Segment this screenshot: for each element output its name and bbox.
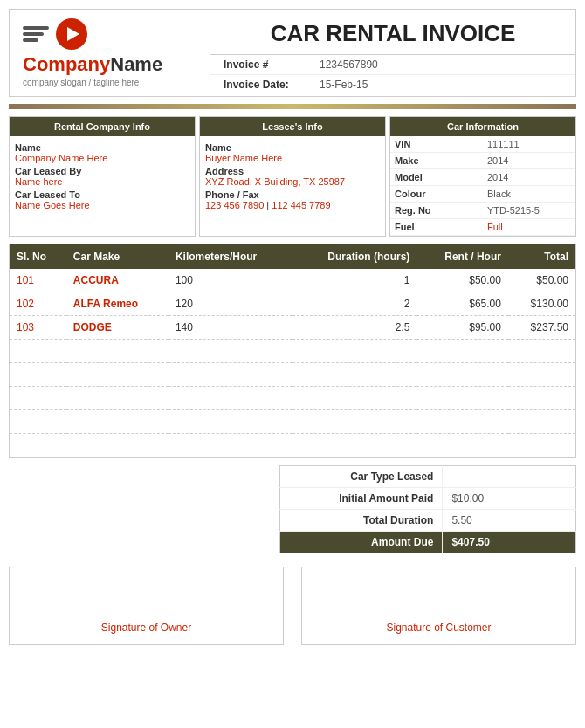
cell-duration: 2 bbox=[292, 292, 417, 316]
leased-by-label: Car Leased By bbox=[15, 166, 189, 176]
logo-line-2 bbox=[23, 32, 44, 36]
cell-total: $50.00 bbox=[508, 269, 575, 292]
cell-km: 140 bbox=[169, 316, 292, 340]
car-info-row: FuelFull bbox=[390, 219, 575, 236]
table-row: 102ALFA Remeo1202$65.00$130.00 bbox=[10, 292, 575, 316]
initial-amount-value: $10.00 bbox=[443, 488, 576, 510]
initial-amount-label: Initial Amount Paid bbox=[280, 488, 443, 510]
cell-sl: 102 bbox=[10, 292, 66, 316]
lessee-name-label: Name bbox=[205, 142, 380, 153]
car-info-cell-label: Model bbox=[390, 169, 483, 186]
customer-signature-label: Signature of Customer bbox=[386, 622, 491, 634]
lessee-box: Lessee's Info Name Buyer Name Here Addre… bbox=[199, 116, 386, 237]
amount-due-row: Amount Due $407.50 bbox=[280, 532, 576, 553]
total-duration-value: 5.50 bbox=[443, 510, 576, 532]
owner-signature-label: Signature of Owner bbox=[101, 622, 191, 634]
company-name: CompanyName bbox=[23, 53, 162, 76]
car-info-body: VIN111111Make2014Model2014ColourBlackReg… bbox=[390, 136, 575, 236]
table-header-row: Sl. No Car Make Kilometers/Hour Duration… bbox=[10, 244, 575, 269]
total-duration-label: Total Duration bbox=[280, 510, 443, 532]
summary-section: Car Type Leased Initial Amount Paid $10.… bbox=[9, 465, 576, 553]
invoice-date-row: Invoice Date: 15-Feb-15 bbox=[210, 75, 575, 94]
header-rent: Rent / Hour bbox=[416, 244, 508, 269]
rental-items-table: Sl. No Car Make Kilometers/Hour Duration… bbox=[10, 244, 575, 457]
car-info-cell-label: Colour bbox=[390, 186, 483, 203]
summary-table: Car Type Leased Initial Amount Paid $10.… bbox=[279, 465, 576, 553]
cell-make: ACCURA bbox=[66, 269, 169, 292]
cell-total: $237.50 bbox=[508, 316, 575, 340]
lessee-name-value: Buyer Name Here bbox=[205, 153, 380, 163]
rental-name-label: Name bbox=[15, 142, 189, 153]
header-km: Kilometers/Hour bbox=[169, 244, 292, 269]
table-row: 101ACCURA1001$50.00$50.00 bbox=[10, 269, 575, 292]
rental-company-header: Rental Company Info bbox=[10, 117, 195, 136]
header-total: Total bbox=[508, 244, 575, 269]
cell-sl: 101 bbox=[10, 269, 66, 292]
rental-name-value: Company Name Here bbox=[15, 153, 189, 163]
lessee-address-label: Address bbox=[205, 166, 380, 176]
car-info-cell-value: Black bbox=[483, 186, 575, 203]
invoice-meta: Invoice # 1234567890 Invoice Date: 15-Fe… bbox=[210, 55, 575, 94]
table-row: 103DODGE1402.5$95.00$237.50 bbox=[10, 316, 575, 340]
company-logo-section: CompanyName company slogan / tagline her… bbox=[10, 10, 210, 96]
car-info-cell-label: Make bbox=[390, 153, 483, 169]
table-row-empty bbox=[10, 410, 575, 434]
invoice-date-value: 15-Feb-15 bbox=[320, 79, 368, 91]
header-sl: Sl. No bbox=[10, 244, 66, 269]
invoice-number-row: Invoice # 1234567890 bbox=[210, 55, 575, 75]
leased-by-value: Name here bbox=[15, 176, 189, 187]
logo-lines bbox=[23, 26, 49, 42]
total-duration-row: Total Duration 5.50 bbox=[280, 510, 576, 532]
invoice-date-label: Invoice Date: bbox=[224, 79, 320, 91]
cell-make: ALFA Remeo bbox=[66, 292, 169, 316]
car-info-row: Model2014 bbox=[390, 169, 575, 186]
color-stripe bbox=[9, 104, 576, 109]
invoice-title: CAR RENTAL INVOICE bbox=[210, 11, 575, 55]
car-info-box: Car Information VIN111111Make2014Model20… bbox=[389, 116, 576, 237]
logo-icon bbox=[23, 18, 87, 50]
car-info-cell-value: 2014 bbox=[483, 169, 575, 186]
rental-company-body: Name Company Name Here Car Leased By Nam… bbox=[10, 136, 195, 216]
lessee-phone-label: Phone / Fax bbox=[205, 189, 380, 200]
cell-rent: $95.00 bbox=[416, 316, 508, 340]
invoice-number-value: 1234567890 bbox=[320, 58, 378, 71]
car-info-cell-label: Fuel bbox=[390, 219, 483, 236]
leased-to-value: Name Goes Here bbox=[15, 200, 189, 210]
header-make: Car Make bbox=[66, 244, 169, 269]
logo-line-1 bbox=[23, 26, 49, 30]
initial-amount-row: Initial Amount Paid $10.00 bbox=[280, 488, 576, 510]
play-icon bbox=[67, 27, 79, 41]
invoice-title-section: CAR RENTAL INVOICE Invoice # 1234567890 … bbox=[210, 10, 575, 96]
owner-signature-box: Signature of Owner bbox=[9, 567, 284, 645]
header-duration: Duration (hours) bbox=[292, 244, 417, 269]
logo-line-3 bbox=[23, 38, 38, 42]
company-name-part2: Name bbox=[110, 53, 162, 75]
lessee-phone-value: 123 456 7890 | 112 445 7789 bbox=[205, 200, 380, 210]
car-info-cell-value: 111111 bbox=[483, 136, 575, 153]
car-info-row: VIN111111 bbox=[390, 136, 575, 153]
table-row-empty bbox=[10, 363, 575, 387]
leased-to-label: Car Leased To bbox=[15, 189, 189, 200]
table-row-empty bbox=[10, 340, 575, 363]
table-row-empty bbox=[10, 434, 575, 457]
cell-duration: 2.5 bbox=[292, 316, 417, 340]
car-info-header: Car Information bbox=[390, 117, 575, 136]
lessee-body: Name Buyer Name Here Address XYZ Road, X… bbox=[200, 136, 385, 216]
info-row: Rental Company Info Name Company Name He… bbox=[9, 116, 576, 237]
car-info-row: Make2014 bbox=[390, 153, 575, 169]
phone-value2: 112 445 7789 bbox=[272, 200, 330, 210]
car-info-cell-value: 2014 bbox=[483, 153, 575, 169]
main-table-wrapper: Sl. No Car Make Kilometers/Hour Duration… bbox=[9, 244, 576, 458]
car-info-row: Reg. NoYTD-5215-5 bbox=[390, 203, 575, 219]
customer-signature-box: Signature of Customer bbox=[301, 567, 576, 645]
signatures-section: Signature of Owner Signature of Customer bbox=[9, 567, 576, 645]
company-name-part1: Company bbox=[23, 53, 110, 75]
cell-sl: 103 bbox=[10, 316, 66, 340]
phone-separator: | bbox=[264, 200, 272, 210]
car-info-cell-value: Full bbox=[483, 219, 575, 236]
cell-duration: 1 bbox=[292, 269, 417, 292]
cell-total: $130.00 bbox=[508, 292, 575, 316]
table-row-empty bbox=[10, 387, 575, 410]
car-info-row: ColourBlack bbox=[390, 186, 575, 203]
lessee-header: Lessee's Info bbox=[200, 117, 385, 136]
